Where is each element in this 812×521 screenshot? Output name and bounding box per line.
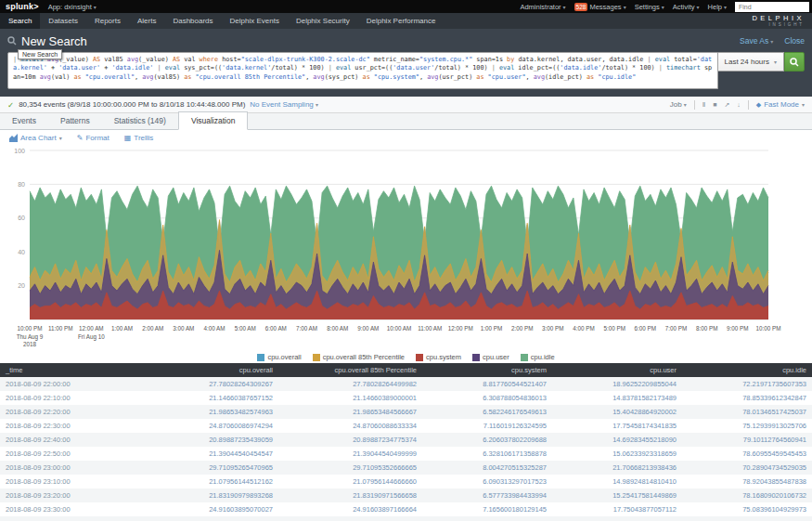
value-cell[interactable]: 6.582246176549613 [422, 405, 552, 419]
value-cell[interactable]: 21.14660389000001 [278, 391, 422, 405]
value-cell[interactable]: 72.21971735607353 [682, 377, 812, 391]
value-cell[interactable]: 17.75458174341835 [552, 419, 682, 433]
value-cell[interactable]: 24.87060086974294 [158, 419, 278, 433]
value-cell[interactable]: 17.75043877057112 [552, 502, 682, 516]
tab-patterns[interactable]: Patterns [48, 112, 102, 129]
value-cell[interactable]: 78.92043855487838 [682, 475, 812, 488]
value-cell[interactable]: 6.577733984433994 [422, 488, 552, 502]
app-menu[interactable]: App: dxinsight ▾ [48, 3, 97, 11]
legend-item[interactable]: cpu.idle [521, 353, 555, 361]
value-cell[interactable]: 6.328106171358878 [422, 447, 552, 461]
value-cell[interactable]: 14.77964170190812 [552, 516, 682, 521]
column-header[interactable]: cpu.system [422, 363, 552, 377]
settings-menu[interactable]: Settings ▾ [635, 3, 664, 11]
pause-job-button[interactable]: Ⅱ [702, 101, 705, 109]
value-cell[interactable]: 21.14660387657152 [158, 391, 278, 405]
time-cell[interactable]: 2018-08-09 22:50:00 [0, 447, 158, 461]
column-header[interactable]: _time [0, 363, 158, 377]
nav-item-delphix-performance[interactable]: Delphix Performance [358, 13, 445, 29]
time-cell[interactable]: 2018-08-09 23:30:00 [0, 502, 158, 516]
nav-item-dashboards[interactable]: Dashboards [164, 13, 221, 29]
time-cell[interactable]: 2018-08-09 23:20:00 [0, 488, 158, 502]
time-cell[interactable]: 2018-08-09 22:00:00 [0, 377, 158, 391]
value-cell[interactable]: 75.08396104929973 [682, 502, 812, 516]
value-cell[interactable]: 21.83190979893268 [158, 488, 278, 502]
value-cell[interactable]: 27.78028264499982 [278, 377, 422, 391]
chart-type-picker[interactable]: Area Chart ▾ [9, 134, 62, 142]
administrator-menu[interactable]: Administrator ▾ [520, 3, 565, 11]
value-cell[interactable]: 78.16809020106732 [682, 488, 812, 502]
value-cell[interactable]: 24.91603895070027 [158, 502, 278, 516]
value-cell[interactable]: 20.89887234775374 [278, 433, 422, 447]
help-menu[interactable]: Help ▾ [708, 3, 727, 11]
value-cell[interactable]: 18.96252209855044 [552, 377, 682, 391]
nav-item-delphix-security[interactable]: Delphix Security [288, 13, 358, 29]
column-header[interactable]: cpu.overall 85th Percentile [278, 363, 422, 377]
value-cell[interactable]: 21.98653484566667 [278, 405, 422, 419]
value-cell[interactable]: 70.28904734529035 [682, 461, 812, 475]
legend-item[interactable]: cpu.overall [257, 353, 301, 361]
tab-statistics[interactable]: Statistics (149) [102, 112, 178, 129]
value-cell[interactable]: 21.98653482574963 [158, 405, 278, 419]
nav-item-alerts[interactable]: Alerts [129, 13, 164, 29]
time-range-picker[interactable]: Last 24 hours ▾ [718, 52, 785, 72]
value-cell[interactable]: 79.20926561529472 [682, 516, 812, 521]
value-cell[interactable]: 6.308788054836013 [422, 391, 552, 405]
value-cell[interactable]: 8.817760544521407 [422, 377, 552, 391]
nav-item-datasets[interactable]: Datasets [40, 13, 86, 29]
trellis-button[interactable]: ▦ Trellis [124, 134, 154, 142]
job-menu[interactable]: Job ▾ [670, 100, 687, 109]
value-cell[interactable]: 78.01346517425037 [682, 405, 812, 419]
nav-item-reports[interactable]: Reports [86, 13, 129, 29]
time-cell[interactable]: 2018-08-09 22:20:00 [0, 405, 158, 419]
value-cell[interactable]: 24.91603897166664 [278, 502, 422, 516]
column-header[interactable]: cpu.user [552, 363, 682, 377]
splunk-logo[interactable]: splunk> [6, 2, 39, 11]
nav-item-delphix-events[interactable]: Delphix Events [222, 13, 288, 29]
nav-item-search[interactable]: Search [0, 13, 40, 29]
value-cell[interactable]: 7.165600180129145 [422, 502, 552, 516]
column-header[interactable]: cpu.idle [682, 363, 812, 377]
value-cell[interactable]: 8.004270515325287 [422, 461, 552, 475]
value-cell[interactable]: 21.07956144512162 [158, 475, 278, 488]
value-cell[interactable]: 21.83190971566658 [278, 488, 422, 502]
value-cell[interactable]: 27.78028264309267 [158, 377, 278, 391]
value-cell[interactable]: 14.83781582173489 [552, 391, 682, 405]
search-query[interactable]: | mstats avg(_value) AS val85 avg(_value… [7, 52, 718, 89]
value-cell[interactable]: 20.79073416666664 [278, 516, 422, 521]
time-cell[interactable]: 2018-08-09 22:30:00 [0, 419, 158, 433]
value-cell[interactable]: 21.39044540454547 [158, 447, 278, 461]
value-cell[interactable]: 78.60955459545453 [682, 447, 812, 461]
legend-item[interactable]: cpu.overall 85th Percentile [313, 353, 405, 361]
tab-visualization[interactable]: Visualization [178, 111, 249, 130]
tab-events[interactable]: Events [0, 112, 48, 129]
value-cell[interactable]: 75.12939913025706 [682, 419, 812, 433]
messages-menu[interactable]: 528 Messages ▾ [574, 3, 626, 11]
time-cell[interactable]: 2018-08-09 22:10:00 [0, 391, 158, 405]
legend-item[interactable]: cpu.system [416, 353, 461, 361]
event-sampling-menu[interactable]: No Event Sampling ▾ [250, 100, 318, 109]
value-cell[interactable]: 20.89887235439059 [158, 433, 278, 447]
share-job-button[interactable]: ↗ [724, 101, 729, 109]
column-header[interactable]: cpu.overall [158, 363, 278, 377]
value-cell[interactable]: 15.25417581449869 [552, 488, 682, 502]
value-cell[interactable]: 6.090313297017523 [422, 475, 552, 488]
stop-job-button[interactable]: ■ [713, 101, 716, 108]
value-cell[interactable]: 7.116019126324595 [422, 419, 552, 433]
area-chart-svg[interactable]: 2040608010010:00 PM11:00 PM12:00 AM1:00 … [7, 147, 805, 351]
value-cell[interactable]: 24.87060088633334 [278, 419, 422, 433]
time-cell[interactable]: 2018-08-09 23:00:00 [0, 461, 158, 475]
close-button[interactable]: Close [784, 36, 805, 46]
format-button[interactable]: ✎ Format [77, 134, 110, 142]
value-cell[interactable]: 21.39044540499999 [278, 447, 422, 461]
search-submit-button[interactable] [784, 52, 805, 72]
time-cell[interactable]: 2018-08-09 22:40:00 [0, 433, 158, 447]
time-cell[interactable]: 2018-08-09 23:10:00 [0, 475, 158, 488]
value-cell[interactable]: 20.79073438470528 [158, 516, 278, 521]
activity-menu[interactable]: Activity ▾ [673, 3, 700, 11]
value-cell[interactable]: 21.70668213938436 [552, 461, 682, 475]
export-button[interactable]: ↓ [737, 101, 741, 108]
value-cell[interactable]: 78.85339612342847 [682, 391, 812, 405]
legend-item[interactable]: cpu.user [472, 353, 509, 361]
search-mode-selector[interactable]: ◆ Fast Mode ▾ [756, 100, 805, 109]
